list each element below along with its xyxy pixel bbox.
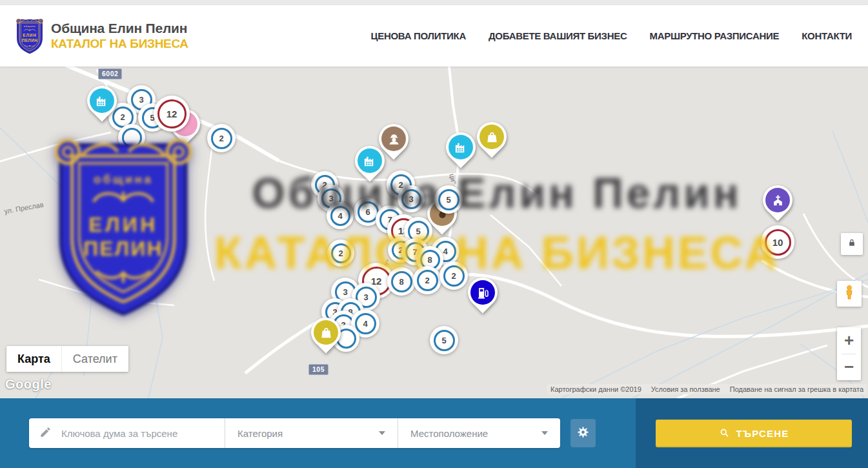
category-select-value: Категория: [237, 428, 283, 439]
road-badge: 6002: [98, 68, 122, 79]
cluster-marker[interactable]: 10: [761, 225, 794, 259]
nav-item-2[interactable]: ДОБАВЕТЕ ВАШИЯТ БИЗНЕС: [489, 30, 627, 41]
header: община ЕЛИН ПЕЛИН Община Елин Пелин КАТА…: [0, 5, 868, 66]
streetview-lock-button[interactable]: [841, 233, 863, 255]
nav-item-4[interactable]: КОНТАКТИ: [802, 30, 852, 41]
fuel-icon: [470, 280, 495, 305]
map-type-satellite-button[interactable]: Сателит: [61, 346, 128, 372]
keyword-input[interactable]: [60, 427, 215, 440]
cluster-count: 12: [157, 99, 187, 128]
map-attribution: Картографски данни ©2019Условия за ползв…: [547, 384, 867, 394]
cluster-count: 8: [391, 271, 412, 292]
svg-text:община: община: [24, 25, 36, 28]
cluster-count: 3: [401, 189, 421, 209]
zoom-out-button[interactable]: −: [837, 354, 861, 381]
pegman-icon: [841, 284, 858, 303]
church-icon: [765, 188, 790, 212]
search-fields-group: Категория Местоположение: [29, 418, 560, 448]
municipality-crest-icon: община ЕЛИН ПЕЛИН: [15, 17, 44, 55]
brand-title: Община Елин Пелин: [51, 21, 188, 36]
factory-icon: [90, 88, 114, 113]
search-icon: [719, 427, 730, 440]
attribution-link[interactable]: Подаване на сигнал за грешка в картата: [730, 385, 863, 393]
cluster-marker[interactable]: 4: [327, 202, 354, 229]
cluster-marker[interactable]: 3: [398, 185, 425, 212]
factory-icon: [358, 148, 382, 173]
map-canvas[interactable]: 3251222323564713522748128223338345106002…: [0, 66, 868, 398]
worker-icon: [381, 127, 406, 151]
google-logo[interactable]: Google: [5, 377, 52, 392]
location-select[interactable]: Местоположение: [398, 418, 560, 448]
advanced-settings-button[interactable]: [570, 419, 596, 447]
road-badge: 105: [308, 364, 328, 375]
map-type-map-button[interactable]: Карта: [6, 346, 61, 372]
cluster-marker[interactable]: 2: [413, 266, 441, 294]
nav-item-3[interactable]: МАРШРУТНО РАЗПИСАНИЕ: [649, 30, 779, 41]
gear-icon: [576, 425, 590, 441]
chevron-down-icon: [379, 431, 385, 435]
cluster-marker[interactable]: [118, 124, 145, 151]
cluster-count: 4: [355, 313, 376, 334]
cluster-count: 2: [443, 265, 465, 287]
cluster-marker[interactable]: 2: [439, 261, 468, 290]
lock-icon: [847, 238, 857, 250]
cluster-count: 2: [417, 270, 438, 291]
cluster-marker[interactable]: 5: [430, 326, 458, 354]
cluster-marker[interactable]: 5: [434, 185, 463, 214]
cluster-marker[interactable]: 12: [154, 96, 190, 132]
svg-text:ЕЛИН: ЕЛИН: [23, 33, 36, 37]
cluster-count: [122, 128, 142, 148]
cluster-marker[interactable]: 2: [327, 239, 354, 267]
cluster-count: 2: [211, 128, 232, 149]
cluster-marker[interactable]: 8: [387, 267, 416, 296]
zoom-control: + −: [837, 327, 861, 380]
cluster-count: 10: [765, 229, 791, 256]
site-logo[interactable]: община ЕЛИН ПЕЛИН Община Елин Пелин КАТА…: [15, 17, 188, 55]
bag-icon: [479, 125, 504, 149]
pegman-control[interactable]: [837, 281, 862, 307]
main-nav: ЦЕНОВА ПОЛИТИКАДОБАВЕТЕ ВАШИЯТ БИЗНЕСМАР…: [371, 30, 852, 41]
cluster-marker[interactable]: 2: [207, 124, 236, 152]
brand-subtitle: КАТАЛОГ НА БИЗНЕСА: [51, 37, 188, 51]
zoom-in-button[interactable]: +: [837, 327, 861, 354]
attribution-link[interactable]: Условия за ползване: [651, 385, 720, 393]
svg-text:ПЕЛИН: ПЕЛИН: [22, 37, 38, 42]
brand-text: Община Елин Пелин КАТАЛОГ НА БИЗНЕСА: [51, 21, 188, 51]
map-type-control: Карта Сателит: [6, 346, 128, 372]
attribution-text: Картографски данни ©2019: [550, 385, 641, 393]
nav-item-1[interactable]: ЦЕНОВА ПОЛИТИКА: [371, 30, 466, 41]
search-bar: Категория Местоположение ТЪРСЕНЕ: [0, 398, 868, 468]
bag-icon: [314, 320, 338, 345]
cluster-count: 2: [331, 243, 351, 263]
pencil-icon: [39, 426, 52, 441]
cluster-count: 4: [330, 206, 350, 226]
chevron-down-icon: [541, 431, 548, 435]
search-button-label: ТЪРСЕНЕ: [736, 428, 789, 439]
category-select[interactable]: Категория: [225, 418, 398, 448]
location-select-value: Местоположение: [410, 428, 488, 439]
cluster-count: 5: [438, 189, 459, 210]
keyword-field[interactable]: [29, 418, 225, 448]
search-button[interactable]: ТЪРСЕНЕ: [656, 420, 852, 447]
cluster-count: 5: [434, 330, 455, 351]
factory-icon: [449, 135, 473, 159]
